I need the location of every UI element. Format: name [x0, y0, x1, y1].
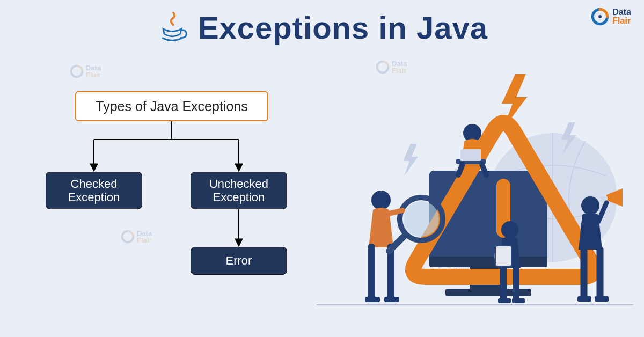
diagram-node-checked: Checked Exception	[46, 172, 142, 209]
svg-rect-22	[595, 296, 609, 302]
svg-point-20	[581, 196, 599, 215]
diagram-node-unchecked: Unchecked Exception	[191, 172, 287, 209]
svg-rect-19	[495, 246, 511, 266]
page-title: Exceptions in Java	[198, 10, 488, 46]
svg-rect-17	[498, 298, 511, 303]
svg-rect-12	[365, 297, 380, 302]
page-header: Exceptions in Java	[0, 0, 644, 46]
brand-logo-text: Data Flair	[612, 8, 631, 25]
brand-watermark: DataFlair	[70, 64, 101, 78]
svg-rect-13	[384, 297, 399, 302]
exception-types-diagram: Types of Java Exceptions Checked Excepti…	[32, 86, 311, 311]
svg-rect-21	[577, 296, 591, 302]
svg-point-16	[501, 221, 518, 238]
diagram-node-error: Error	[191, 247, 287, 275]
java-cup-icon	[156, 11, 188, 45]
svg-point-15	[404, 201, 439, 237]
brand-logo-icon	[591, 8, 609, 26]
svg-rect-18	[512, 298, 525, 303]
diagram-root-node: Types of Java Exceptions	[75, 91, 268, 121]
brand-logo: Data Flair	[591, 8, 631, 26]
svg-point-11	[371, 191, 391, 210]
svg-point-0	[598, 15, 602, 18]
svg-rect-3	[429, 257, 547, 267]
warning-illustration	[317, 69, 633, 337]
svg-rect-10	[460, 149, 481, 161]
